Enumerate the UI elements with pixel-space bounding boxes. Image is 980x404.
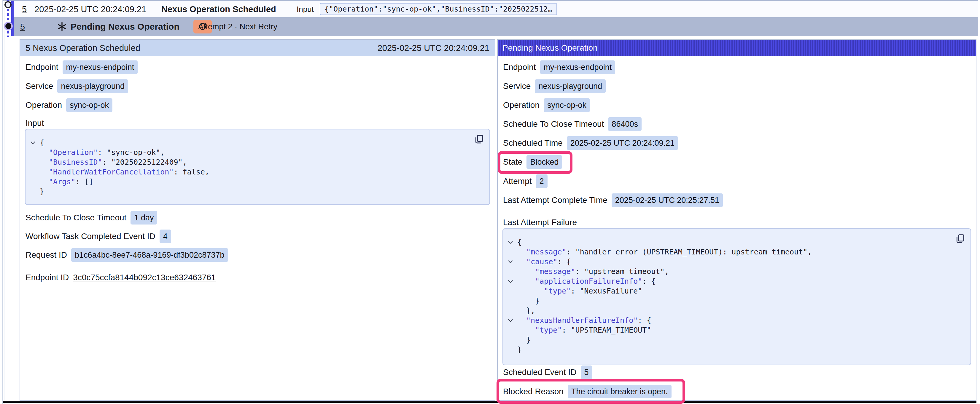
input-label: Input (297, 5, 314, 14)
json-line: "HandlerWaitForCancellation": false, (29, 167, 484, 177)
copy-icon[interactable] (955, 233, 965, 244)
json-token: "upstream timeout", (584, 267, 669, 276)
json-token: } (40, 187, 44, 196)
field-label: Operation (503, 100, 539, 110)
field-label: Endpoint (503, 62, 536, 72)
field-row-request-id: Request ID b1c6a4bc-8ee7-468a-9169-df3b0… (25, 248, 228, 262)
field-row-attempt: Attempt 2 (503, 174, 547, 188)
event-timestamp: 2025-02-25 UTC 20:24:09.21 (34, 4, 146, 14)
failure-section-label: Last Attempt Failure (503, 218, 577, 227)
json-token: : (173, 168, 182, 176)
card-header-title: 5 Nexus Operation Scheduled (25, 43, 140, 53)
bottom-divider (3, 401, 977, 403)
failure-json-viewer: {"message": "handler error (UPSTREAM_TIM… (503, 228, 971, 365)
json-token: "handler error (UPSTREAM_TIMEOUT): upstr… (576, 248, 812, 256)
field-row-scheduled-event-id: Scheduled Event ID 5 (503, 366, 592, 379)
json-key: "Operation" (49, 148, 98, 157)
json-token: : (642, 277, 651, 285)
field-value-badge: b1c6a4bc-8ee7-468a-9169-df3b02c8737b (71, 248, 228, 262)
copy-icon[interactable] (474, 133, 484, 145)
state-highlight-box (498, 151, 573, 174)
json-token: : (75, 177, 84, 186)
json-token: } (526, 336, 531, 344)
endpoint-id-link[interactable]: 3c0c75ccfa8144b092c13ce632463761 (73, 273, 216, 282)
json-key: "HandlerWaitForCancellation" (49, 168, 173, 176)
chevron-down-icon[interactable] (29, 141, 40, 144)
field-row-scheduled-time: Scheduled Time 2025-02-25 UTC 20:24:09.2… (503, 136, 678, 150)
json-token: } (517, 345, 522, 354)
event-row-pending-nexus-operation[interactable]: 5 Pending Nexus Operation Attempt 2 · Ne… (14, 17, 978, 36)
field-value-badge: 4 (159, 230, 171, 243)
field-value-badge: 86400s (608, 117, 641, 131)
field-label: Request ID (25, 250, 67, 260)
json-token: : (571, 287, 579, 295)
field-value-badge: nexus-playground (57, 79, 128, 93)
pending-card-header: Pending Nexus Operation (498, 40, 976, 56)
field-value-badge: my-nexus-endpoint (63, 60, 138, 74)
field-label: Schedule To Close Timeout (25, 213, 126, 222)
json-line: "message": "handler error (UPSTREAM_TIME… (507, 247, 964, 257)
field-value-badge: my-nexus-endpoint (540, 60, 616, 74)
timeline-current-node-icon (5, 23, 11, 29)
json-line: "nexusHandlerFailureInfo": { (507, 315, 964, 325)
input-json-viewer: {"Operation": "sync-op-ok","BusinessID":… (25, 129, 490, 205)
field-row-endpoint-id: Endpoint ID 3c0c75ccfa8144b092c13ce63246… (25, 271, 216, 284)
field-value-badge: nexus-playground (535, 79, 606, 93)
field-row-service: Service nexus-playground (25, 79, 128, 93)
json-token: "20250225122409", (111, 158, 187, 166)
chevron-down-icon[interactable] (507, 280, 517, 283)
field-label: Last Attempt Complete Time (503, 195, 608, 205)
json-token: }, (526, 306, 535, 315)
field-row-schedule-to-close: Schedule To Close Timeout 1 day (25, 211, 157, 225)
json-token: { (566, 257, 571, 266)
field-row-endpoint: Endpoint my-nexus-endpoint (503, 60, 615, 74)
json-token: : (98, 148, 107, 157)
field-row-operation: Operation sync-op-ok (503, 98, 590, 112)
field-value-badge: sync-op-ok (66, 98, 112, 112)
chevron-down-icon[interactable] (507, 319, 517, 322)
event-id-link[interactable]: 5 (20, 22, 25, 32)
json-token: { (40, 138, 44, 147)
json-token: false, (183, 168, 209, 176)
attempt-retry-badge: Attempt 2 · Next Retry (193, 20, 212, 33)
field-label: Endpoint ID (25, 273, 69, 282)
field-row-schedule-to-close: Schedule To Close Timeout 86400s (503, 117, 641, 131)
field-label: Operation (25, 100, 62, 110)
card-header-time: 2025-02-25 UTC 20:24:09.21 (378, 43, 489, 53)
field-label: Service (25, 81, 53, 91)
field-value-badge: sync-op-ok (544, 98, 590, 112)
field-value-badge: 5 (581, 366, 592, 379)
json-token: "UPSTREAM_TIMEOUT" (571, 326, 651, 334)
input-preview-chip: {"Operation":"sync-op-ok","BusinessID":"… (320, 3, 557, 15)
left-border-line-inner (4, 0, 5, 404)
field-value-badge: 2025-02-25 UTC 20:24:09.21 (567, 136, 678, 150)
json-key: "BusinessID" (49, 158, 102, 166)
json-key: "applicationFailureInfo" (535, 277, 642, 285)
json-token: : (557, 257, 566, 266)
pending-operation-detail-card: Pending Nexus Operation Endpoint my-nexu… (497, 39, 977, 401)
json-token: } (535, 296, 539, 305)
json-token: : (562, 326, 571, 334)
field-label: Scheduled Event ID (503, 368, 577, 377)
field-row-endpoint: Endpoint my-nexus-endpoint (25, 60, 138, 74)
pending-event-title: Pending Nexus Operation (71, 22, 180, 32)
chevron-down-icon[interactable] (507, 260, 517, 264)
json-token: : (638, 316, 647, 325)
scheduled-event-detail-card: 5 Nexus Operation Scheduled 2025-02-25 U… (19, 39, 495, 401)
field-label: Workflow Task Completed Event ID (25, 231, 156, 241)
timeline-open-node-icon (5, 1, 11, 8)
field-value-badge: 2 (536, 174, 547, 188)
field-label: Service (503, 81, 531, 91)
json-line: } (507, 335, 964, 345)
json-line: }, (507, 306, 964, 315)
timeline-active-bar (11, 1, 14, 36)
event-id-link[interactable]: 5 (22, 4, 27, 14)
json-line: } (29, 187, 484, 196)
field-label: Scheduled Time (503, 138, 563, 148)
json-line: { (29, 138, 484, 147)
event-row-nexus-operation-scheduled[interactable]: 5 2025-02-25 UTC 20:24:09.21 Nexus Opera… (14, 1, 978, 17)
json-token: : (575, 267, 584, 276)
json-line: "Operation": "sync-op-ok", (29, 147, 484, 157)
json-line: { (507, 237, 964, 247)
chevron-down-icon[interactable] (507, 241, 517, 244)
